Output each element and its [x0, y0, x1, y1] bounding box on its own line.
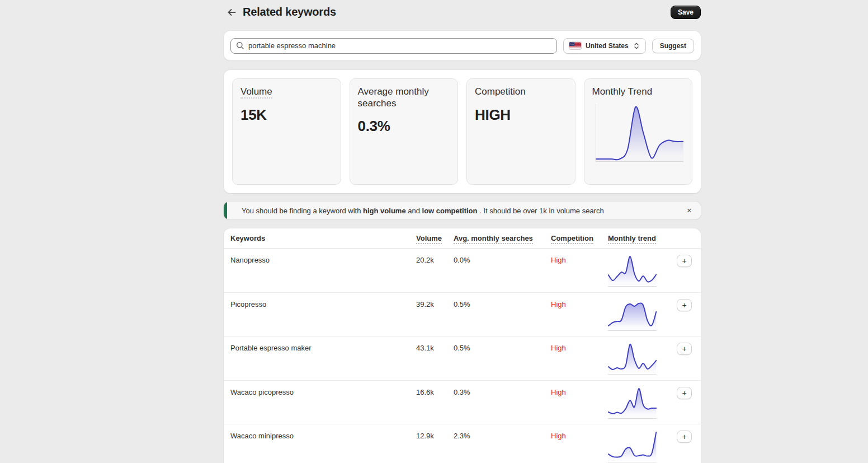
keywords-table: Keywords Volume Avg. monthly searches Co… [224, 228, 701, 463]
save-button[interactable]: Save [671, 6, 701, 19]
avg-monthly-searches-cell: 2.3% [454, 429, 551, 440]
stat-card-competition: Competition HIGH [466, 78, 575, 185]
add-keyword-button[interactable]: + [677, 299, 692, 311]
country-select[interactable]: United States [563, 38, 646, 54]
stat-label-avg-monthly-searches: Average monthly searches [358, 86, 450, 109]
add-cell: + [677, 429, 695, 443]
stats-card: Volume 15K Average monthly searches 0.3%… [224, 70, 701, 193]
avg-monthly-searches-cell: 0.5% [454, 342, 551, 352]
stat-label-monthly-trend: Monthly Trend [592, 86, 685, 98]
close-icon[interactable]: ✕ [683, 205, 695, 217]
stat-value-volume: 15K [240, 106, 333, 124]
avg-monthly-searches-cell: 0.3% [454, 386, 551, 396]
suggest-button[interactable]: Suggest [652, 39, 694, 53]
table-row: Picopresso 39.2k 0.5% High + [224, 293, 701, 337]
column-header-volume[interactable]: Volume [416, 234, 454, 242]
trend-sparkline-chart [608, 297, 657, 331]
competition-cell: High [551, 342, 608, 352]
trend-sparkline-chart [608, 385, 657, 419]
back-button[interactable] [225, 6, 238, 18]
monthly-trend-cell [608, 254, 677, 287]
table-row: Wacaco minipresso 12.9k 2.3% High + [224, 424, 701, 463]
column-header-keywords: Keywords [230, 234, 416, 242]
keyword-cell: Nanopresso [230, 254, 416, 264]
stat-card-avg-monthly-searches: Average monthly searches 0.3% [350, 78, 459, 185]
keyword-cell: Picopresso [230, 298, 416, 308]
content-column: Related keywords Save [224, 0, 701, 463]
add-cell: + [677, 386, 695, 399]
competition-cell: High [551, 298, 608, 308]
stat-card-volume: Volume 15K [232, 78, 341, 185]
keyword-cell: Wacaco picopresso [230, 386, 416, 396]
add-keyword-button[interactable]: + [677, 343, 692, 355]
add-cell: + [677, 342, 695, 355]
add-cell: + [677, 254, 695, 267]
back-arrow-icon [226, 7, 237, 18]
monthly-trend-cell [608, 342, 677, 375]
banner-text: You should be finding a keyword with hig… [242, 207, 604, 215]
avg-monthly-searches-cell: 0.0% [454, 254, 551, 264]
column-header-avg-monthly-searches[interactable]: Avg. monthly searches [454, 234, 551, 242]
search-icon [236, 41, 244, 50]
keyword-cell: Portable espresso maker [230, 342, 416, 352]
table-row: Nanopresso 20.2k 0.0% High + [224, 249, 701, 293]
search-card: United States Suggest [224, 31, 701, 60]
country-select-value: United States [586, 42, 629, 50]
info-banner: You should be finding a keyword with hig… [224, 202, 701, 219]
stat-label-competition: Competition [475, 86, 567, 98]
table-row: Wacaco picopresso 16.6k 0.3% High + [224, 381, 701, 425]
stat-label-volume: Volume [240, 86, 333, 98]
competition-cell: High [551, 254, 608, 264]
monthly-trend-cell [608, 298, 677, 331]
volume-cell: 39.2k [416, 298, 454, 308]
trend-sparkline-chart [608, 253, 657, 287]
add-keyword-button[interactable]: + [677, 387, 692, 399]
add-cell: + [677, 298, 695, 311]
chevron-updown-icon [633, 42, 640, 50]
trend-sparkline-chart [608, 429, 657, 462]
column-header-monthly-trend[interactable]: Monthly trend [608, 234, 677, 242]
stat-card-monthly-trend: Monthly Trend [584, 78, 693, 185]
banner-accent-bar [224, 202, 227, 219]
competition-cell: High [551, 386, 608, 396]
page-header: Related keywords Save [224, 0, 701, 20]
table-header-row: Keywords Volume Avg. monthly searches Co… [224, 228, 701, 249]
search-field[interactable] [230, 38, 557, 54]
monthly-trend-cell [608, 386, 677, 419]
add-keyword-button[interactable]: + [677, 255, 692, 267]
volume-cell: 20.2k [416, 254, 454, 264]
monthly-trend-chart [596, 104, 683, 162]
avg-monthly-searches-cell: 0.5% [454, 298, 551, 308]
competition-cell: High [551, 429, 608, 440]
stat-value-avg-monthly-searches: 0.3% [358, 118, 450, 135]
trend-sparkline-chart [608, 341, 657, 375]
page-title: Related keywords [243, 6, 336, 18]
search-input[interactable] [248, 41, 551, 50]
table-row: Portable espresso maker 43.1k 0.5% High … [224, 336, 701, 381]
table-body: Nanopresso 20.2k 0.0% High + Picopresso … [224, 249, 701, 463]
volume-cell: 12.9k [416, 429, 454, 440]
us-flag-icon [569, 42, 581, 49]
keyword-cell: Wacaco minipresso [230, 429, 416, 440]
volume-cell: 43.1k [416, 342, 454, 352]
volume-cell: 16.6k [416, 386, 454, 396]
add-keyword-button[interactable]: + [677, 431, 692, 443]
stat-value-competition: HIGH [475, 106, 567, 124]
column-header-competition[interactable]: Competition [551, 234, 608, 242]
monthly-trend-cell [608, 429, 677, 462]
